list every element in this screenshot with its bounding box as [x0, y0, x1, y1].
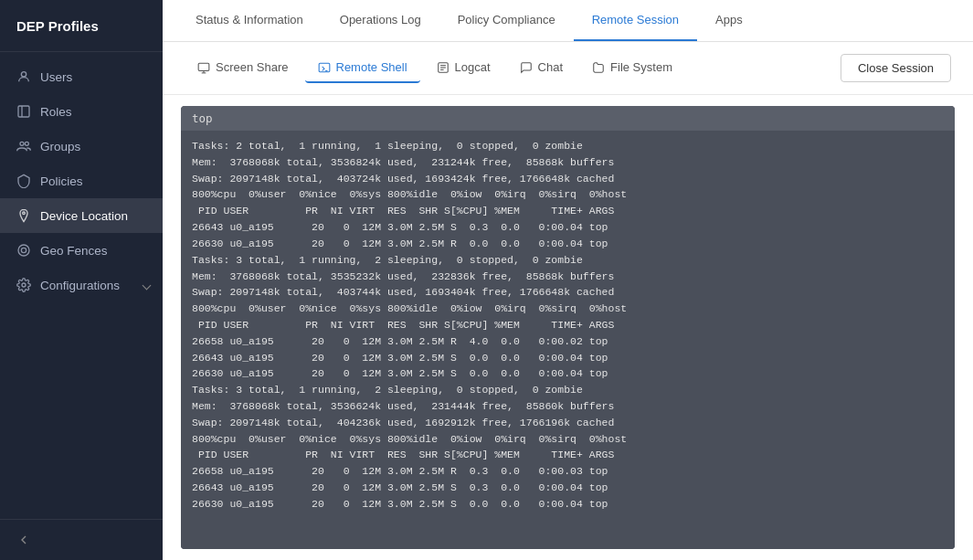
- sidebar-item-policies[interactable]: Policies: [0, 164, 163, 198]
- config-icon: [16, 278, 31, 292]
- terminal-line: Tasks: 3 total, 1 running, 2 sleeping, 0…: [192, 382, 944, 398]
- svg-point-0: [21, 72, 26, 77]
- tab-operations-log[interactable]: Operations Log: [322, 0, 439, 41]
- sub-tab-chat[interactable]: Chat: [507, 53, 576, 83]
- chat-icon: [520, 61, 533, 74]
- terminal-line: 800%cpu 0%user 0%nice 0%sys 800%idle 0%i…: [192, 301, 944, 317]
- user-icon: [16, 69, 31, 84]
- terminal-line: 26630 u0_a195 20 0 12M 3.0M 2.5M S 0.0 0…: [192, 496, 944, 512]
- tab-policy-compliance[interactable]: Policy Compliance: [439, 0, 574, 41]
- sub-toolbar: Screen Share Remote Shell Logcat Chat Fi…: [163, 42, 973, 95]
- sidebar-item-label: Device Location: [40, 209, 128, 223]
- main-content: Status & Information Operations Log Poli…: [163, 0, 973, 560]
- policies-icon: [16, 174, 31, 188]
- roles-icon: [16, 104, 31, 119]
- top-tabs: Status & Information Operations Log Poli…: [163, 0, 973, 42]
- sidebar-item-label: Groups: [40, 140, 80, 153]
- sidebar-item-groups[interactable]: Groups: [0, 129, 163, 164]
- terminal-window: top Tasks: 2 total, 1 running, 1 sleepin…: [181, 106, 955, 549]
- terminal-line: 26658 u0_a195 20 0 12M 3.0M 2.5M R 0.3 0…: [192, 463, 944, 480]
- terminal-line: 26643 u0_a195 20 0 12M 3.0M 2.5M S 0.3 0…: [192, 480, 944, 496]
- terminal-line: Mem: 3768068k total, 3536824k used, 2312…: [192, 154, 944, 171]
- svg-point-3: [20, 142, 24, 145]
- filesystem-icon: [592, 61, 605, 74]
- terminal-line: 26643 u0_a195 20 0 12M 3.0M 2.5M S 0.3 0…: [192, 219, 944, 236]
- terminal-line: 26643 u0_a195 20 0 12M 3.0M 2.5M S 0.0 0…: [192, 350, 944, 366]
- terminal-line: 26630 u0_a195 20 0 12M 3.0M 2.5M R 0.0 0…: [192, 236, 944, 252]
- terminal-line: Swap: 2097148k total, 404236k used, 1692…: [192, 415, 944, 431]
- sidebar: DEP Profiles Users Roles Groups Policies…: [0, 0, 163, 560]
- sidebar-item-label: Configurations: [40, 279, 120, 292]
- sidebar-nav: Users Roles Groups Policies Device Locat…: [0, 52, 163, 519]
- svg-point-5: [23, 212, 26, 215]
- svg-point-6: [18, 245, 29, 256]
- sidebar-collapse[interactable]: [0, 519, 163, 560]
- terminal-line: 26658 u0_a195 20 0 12M 3.0M 2.5M R 4.0 0…: [192, 333, 944, 350]
- terminal-line: Tasks: 3 total, 1 running, 2 sleeping, 0…: [192, 252, 944, 269]
- sidebar-logo: DEP Profiles: [0, 0, 163, 52]
- terminal-line: Swap: 2097148k total, 403724k used, 1693…: [192, 171, 944, 187]
- screen-share-icon: [197, 61, 210, 74]
- location-icon: [16, 208, 31, 223]
- tab-status-information[interactable]: Status & Information: [177, 0, 322, 41]
- sub-tab-file-system[interactable]: File System: [579, 53, 685, 83]
- terminal-line: PID USER PR NI VIRT RES SHR S[%CPU] %MEM…: [192, 203, 944, 219]
- terminal-line: Mem: 3768068k total, 3535232k used, 2328…: [192, 269, 944, 285]
- sidebar-item-label: Geo Fences: [40, 244, 108, 258]
- sidebar-item-label: Roles: [40, 105, 72, 119]
- svg-rect-9: [198, 63, 209, 70]
- terminal-body[interactable]: Tasks: 2 total, 1 running, 1 sleeping, 0…: [181, 131, 955, 549]
- terminal-line: PID USER PR NI VIRT RES SHR S[%CPU] %MEM…: [192, 317, 944, 333]
- geofence-icon: [16, 243, 31, 258]
- terminal-titlebar: top: [181, 106, 955, 131]
- sub-tab-remote-shell[interactable]: Remote Shell: [305, 53, 420, 83]
- terminal-line: Tasks: 2 total, 1 running, 1 sleeping, 0…: [192, 138, 944, 154]
- sidebar-item-users[interactable]: Users: [0, 59, 163, 94]
- sub-tab-logcat[interactable]: Logcat: [424, 53, 503, 83]
- sub-tab-label: Remote Shell: [336, 60, 407, 74]
- tab-apps[interactable]: Apps: [697, 0, 761, 41]
- terminal-line: Mem: 3768068k total, 3536624k used, 2314…: [192, 398, 944, 415]
- sub-tab-label: Logcat: [455, 60, 491, 74]
- sidebar-item-roles[interactable]: Roles: [0, 94, 163, 129]
- logcat-icon: [437, 61, 449, 74]
- terminal-line: 800%cpu 0%user 0%nice 0%sys 800%idle 0%i…: [192, 186, 944, 203]
- svg-rect-12: [319, 63, 330, 71]
- terminal-line: 26630 u0_a195 20 0 12M 3.0M 2.5M S 0.0 0…: [192, 365, 944, 382]
- tab-remote-session[interactable]: Remote Session: [574, 0, 697, 41]
- terminal-line: Swap: 2097148k total, 403744k used, 1693…: [192, 284, 944, 301]
- terminal-line: PID USER PR NI VIRT RES SHR S[%CPU] %MEM…: [192, 447, 944, 463]
- sidebar-item-geo-fences[interactable]: Geo Fences: [0, 233, 163, 268]
- sub-tab-label: File System: [610, 60, 672, 74]
- sub-tab-screen-share[interactable]: Screen Share: [185, 53, 301, 83]
- close-session-button[interactable]: Close Session: [841, 54, 951, 82]
- sub-tab-label: Chat: [538, 60, 563, 74]
- sidebar-item-device-location[interactable]: Device Location: [0, 198, 163, 233]
- svg-point-8: [22, 283, 26, 287]
- remote-shell-icon: [318, 61, 331, 74]
- terminal-container: top Tasks: 2 total, 1 running, 1 sleepin…: [163, 95, 973, 560]
- sub-tab-label: Screen Share: [216, 60, 289, 74]
- sidebar-item-label: Users: [40, 70, 72, 84]
- groups-icon: [16, 139, 31, 153]
- terminal-line: 800%cpu 0%user 0%nice 0%sys 800%idle 0%i…: [192, 431, 944, 448]
- svg-point-7: [21, 248, 26, 252]
- svg-point-4: [25, 142, 28, 145]
- sidebar-item-configurations[interactable]: Configurations: [0, 268, 163, 302]
- chevron-left-icon: [16, 533, 31, 547]
- sidebar-item-label: Policies: [40, 174, 83, 188]
- svg-rect-1: [18, 106, 29, 117]
